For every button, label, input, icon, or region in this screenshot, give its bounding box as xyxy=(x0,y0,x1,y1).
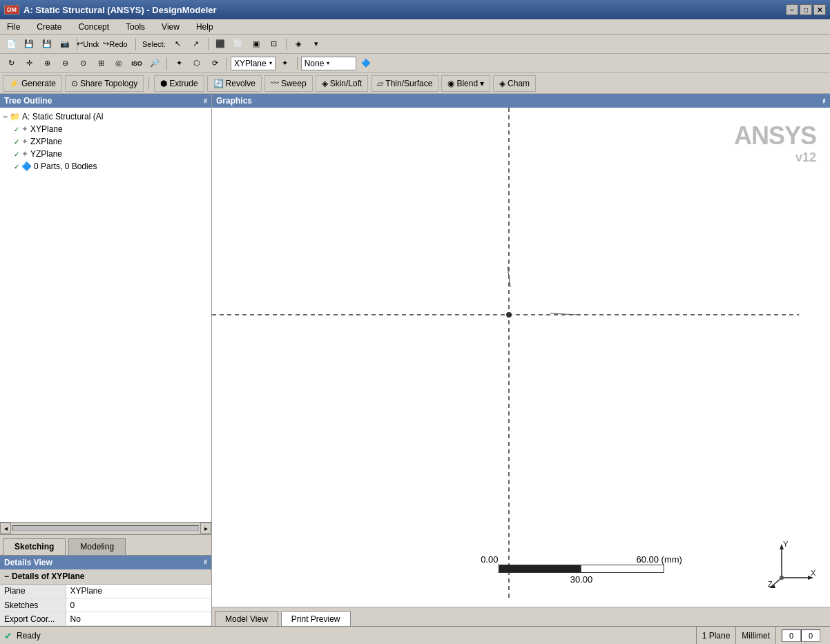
thin-surface-button[interactable]: ▱ Thin/Surface xyxy=(371,75,438,92)
menu-help[interactable]: Help xyxy=(192,21,218,33)
generate-button[interactable]: ⚡ Generate xyxy=(3,75,62,92)
tree-pin-icon[interactable]: ♯ xyxy=(204,97,207,105)
zoom-in-button[interactable]: ⊕ xyxy=(39,56,55,71)
view-btn-3[interactable]: ▣ xyxy=(248,37,264,52)
zoom-all-button[interactable]: ◎ xyxy=(110,56,127,71)
menu-tools[interactable]: Tools xyxy=(122,21,149,33)
tab-print-preview[interactable]: Print Preview xyxy=(281,611,351,626)
cursor-icon: ↖ xyxy=(175,39,181,48)
graphics-canvas[interactable]: ANSYS v12 0.00 60.00 (mm) xyxy=(212,108,830,626)
dotbox-icon: ⊡ xyxy=(271,39,277,48)
view-btn-4[interactable]: ⊡ xyxy=(266,37,282,52)
revolve-label: Revolve xyxy=(226,79,255,88)
tree-item-root[interactable]: − 📁 A: Static Structural (Al xyxy=(0,110,211,123)
detail-val-sketches[interactable]: 0 xyxy=(66,598,211,612)
new-button[interactable] xyxy=(3,37,19,52)
tree-parts-label: 0 Parts, 0 Bodies xyxy=(34,162,97,171)
thin-label: Thin/Surface xyxy=(385,79,432,88)
zoomall-icon: ◎ xyxy=(115,59,122,68)
minimize-button[interactable]: − xyxy=(786,4,798,15)
sketch-dropdown[interactable]: None ▾ xyxy=(301,57,356,70)
blend-icon: ◉ xyxy=(447,79,454,88)
tree-content: − 📁 A: Static Structural (Al ✓ ✦ XYPlane… xyxy=(0,108,211,522)
tree-scrollbar[interactable]: ◂ ▸ xyxy=(0,523,211,535)
redo-button[interactable]: ↪Redo xyxy=(99,37,132,52)
select-mode-1[interactable]: ↖ xyxy=(170,37,186,52)
extrude-button[interactable]: ⬢ Extrude xyxy=(154,75,204,92)
plane-dropdown[interactable]: XYPlane ▾ xyxy=(231,57,276,70)
crosshair-svg xyxy=(212,108,830,626)
menu-create[interactable]: Create xyxy=(32,21,66,33)
zoom-out-button[interactable]: ⊖ xyxy=(57,56,73,71)
maximize-button[interactable]: □ xyxy=(800,4,812,15)
sketch-extra-btn[interactable]: 🔷 xyxy=(358,56,374,71)
blend-button[interactable]: ◉ Blend ▾ xyxy=(441,75,490,92)
sweep-button[interactable]: 〰 Sweep xyxy=(264,75,313,92)
menu-view[interactable]: View xyxy=(157,21,184,33)
dm-logo: DM xyxy=(4,5,19,14)
plane-extra-btn[interactable]: ✦ xyxy=(277,56,293,71)
scroll-left-button[interactable]: ◂ xyxy=(0,523,11,534)
skinloft-button[interactable]: ◈ Skin/Loft xyxy=(316,75,369,92)
status-coord2-input[interactable] xyxy=(801,630,820,642)
close-button[interactable]: ✕ xyxy=(813,4,826,15)
scale-bar xyxy=(499,565,664,573)
undo-icon: ↩ xyxy=(77,39,83,48)
zoom-mag-button[interactable]: 🔎 xyxy=(146,56,163,71)
render-btn[interactable]: ◈ xyxy=(290,37,307,52)
tree-check4-icon: ✓ xyxy=(14,163,19,170)
tab-sketching[interactable]: Sketching xyxy=(3,538,66,555)
tree-yzplane-icon: ✦ xyxy=(21,149,28,159)
title-bar-controls[interactable]: − □ ✕ xyxy=(786,4,826,15)
rotate-button[interactable]: ↻ xyxy=(3,56,19,71)
saveas-icon xyxy=(42,39,52,48)
star-button[interactable]: ✦ xyxy=(171,56,187,71)
graphics-pin-icon[interactable]: ♯ xyxy=(822,97,826,105)
cham-button[interactable]: ◈ Cham xyxy=(493,75,536,92)
menu-file[interactable]: File xyxy=(3,21,24,33)
tree-item-yzplane[interactable]: ✓ ✦ YZPlane xyxy=(0,148,211,160)
details-view: Details View ♯ − Details of XYPlane Plan… xyxy=(0,556,211,627)
iso-button[interactable]: ISO xyxy=(128,56,145,71)
cham-icon: ◈ xyxy=(499,79,505,88)
screenshot-button[interactable] xyxy=(57,37,73,52)
render-arrow-icon: ▾ xyxy=(314,39,318,48)
zoom-fit-button[interactable]: ⊙ xyxy=(75,56,91,71)
rotate2-button[interactable]: ⟳ xyxy=(206,56,223,71)
toolbar-3: ⚡ Generate ⊙ Share Topology ⬢ Extrude 🔄 … xyxy=(0,73,830,94)
maglass-icon: 🔎 xyxy=(150,59,160,68)
details-pin-icon[interactable]: ♯ xyxy=(204,558,207,566)
scroll-right-button[interactable]: ▸ xyxy=(200,523,211,534)
cube3d-button[interactable]: ⬡ xyxy=(189,56,205,71)
axis-tick-v xyxy=(508,266,510,287)
detail-val-export[interactable]: No xyxy=(66,612,211,626)
render-dropdown[interactable]: ▾ xyxy=(308,37,325,52)
model-view-label: Model View xyxy=(225,614,268,624)
graphics-header: Graphics ♯ xyxy=(212,94,830,108)
select-mode-2[interactable]: ↗ xyxy=(188,37,204,52)
revolve-button[interactable]: 🔄 Revolve xyxy=(207,75,262,92)
tree-item-parts[interactable]: ✓ 🔷 0 Parts, 0 Bodies xyxy=(0,160,211,173)
tab-model-view[interactable]: Model View xyxy=(215,611,278,626)
status-coord1-input[interactable] xyxy=(782,630,801,642)
save-as-button[interactable] xyxy=(39,37,55,52)
view-btn-2[interactable]: ⬜ xyxy=(230,37,247,52)
detail-val-plane[interactable]: XYPlane xyxy=(66,585,211,598)
view-btn-1[interactable]: ⬛ xyxy=(212,37,229,52)
zoom-box-button[interactable]: ⊞ xyxy=(93,56,109,71)
pan-button[interactable]: ✛ xyxy=(21,56,37,71)
undo-button[interactable]: ↩Undo xyxy=(81,37,97,52)
tree-item-zxplane[interactable]: ✓ ✦ ZXPlane xyxy=(0,135,211,148)
share-topology-button[interactable]: ⊙ Share Topology xyxy=(65,75,144,92)
scroll-track[interactable] xyxy=(12,525,199,531)
ansys-logo: ANSYS xyxy=(734,121,816,150)
tab-modeling[interactable]: Modeling xyxy=(68,538,126,555)
boxsel-icon: ⬜ xyxy=(233,39,243,48)
tree-expand-icon: − xyxy=(3,112,8,121)
axes-indicator-svg: Y Z X xyxy=(768,540,816,588)
generate-icon: ⚡ xyxy=(9,79,19,88)
tree-item-xyplane[interactable]: ✓ ✦ XYPlane xyxy=(0,123,211,135)
save-button[interactable] xyxy=(21,37,37,52)
scale-right-label: 60.00 (mm) xyxy=(636,554,682,565)
menu-concept[interactable]: Concept xyxy=(74,21,113,33)
